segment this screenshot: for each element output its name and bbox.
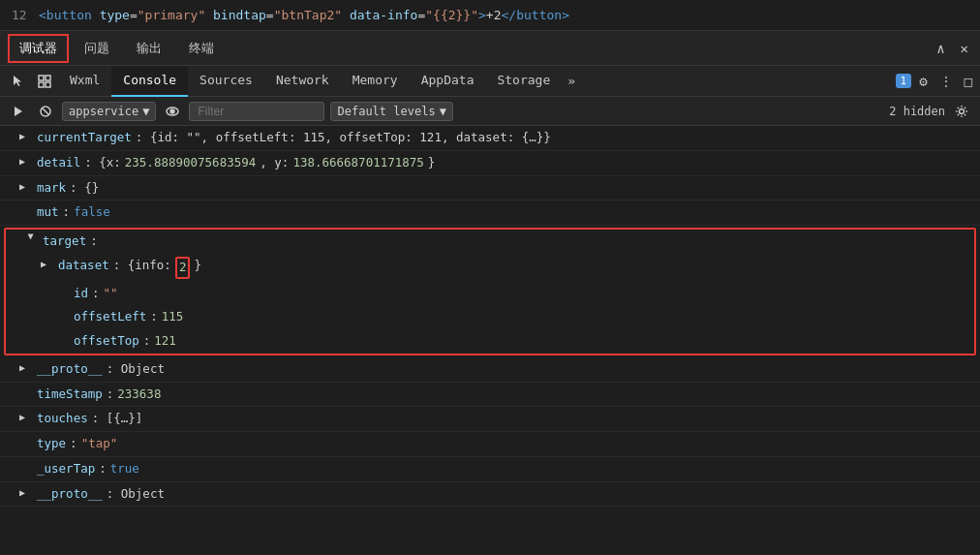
svg-point-8 (170, 109, 174, 113)
entry-key: __proto__ (37, 485, 103, 504)
list-item[interactable]: ▶ mark : {} (0, 176, 980, 201)
list-item[interactable]: ▶ detail : {x: 235.88890075683594, y: 13… (0, 151, 980, 176)
message-badge: 1 (896, 74, 912, 88)
svg-rect-0 (39, 76, 44, 80)
collapse-icon[interactable]: ∧ (933, 39, 948, 58)
expand-arrow[interactable]: ▶ (19, 179, 31, 194)
entry-key: offsetTop (74, 332, 139, 351)
list-item[interactable]: ▶ __proto__ : Object (0, 357, 980, 383)
svg-rect-3 (46, 82, 50, 87)
panel-icon[interactable]: □ (961, 72, 976, 91)
expand-arrow[interactable]: ▶ (41, 257, 52, 271)
tab-debugger[interactable]: 调试器 (8, 34, 69, 63)
list-item[interactable]: ▶ touches : [{…}] (0, 407, 980, 432)
devtools-topbar-tabs: 调试器 问题 输出 终端 (8, 34, 226, 63)
hidden-count: 2 hidden (889, 105, 945, 118)
block-icon-btn[interactable] (35, 101, 56, 122)
more-options-icon[interactable]: ⋮ (935, 72, 957, 91)
list-item[interactable]: ▶ currentTarget : {id: "", offsetLeft: 1… (0, 126, 980, 151)
expand-arrow[interactable]: ▶ (19, 129, 31, 143)
level-selector[interactable]: Default levels ▼ (330, 102, 452, 121)
tab-output[interactable]: 输出 (125, 34, 173, 63)
svg-line-6 (43, 108, 49, 114)
more-tabs-btn[interactable]: » (562, 70, 581, 92)
svg-point-9 (960, 108, 965, 113)
svg-rect-2 (39, 82, 44, 87)
list-item[interactable]: ▶ mut : false (0, 200, 980, 226)
inspect-icon-btn[interactable] (31, 68, 58, 95)
tab-storage[interactable]: Storage (485, 66, 562, 97)
topbar-controls: ∧ ✕ (933, 39, 972, 58)
console-output: ▶ currentTarget : {id: "", offsetLeft: 1… (0, 126, 980, 555)
tab-wxml[interactable]: Wxml (58, 66, 111, 97)
entry-key: detail (37, 154, 80, 172)
tab-network[interactable]: Network (264, 66, 341, 97)
list-item[interactable]: ▶ type : "tap" (0, 432, 980, 457)
nav-right-controls: 1 ⚙ ⋮ □ (896, 72, 977, 91)
cursor-icon-btn[interactable] (4, 68, 31, 95)
expand-arrow[interactable]: ▶ (19, 360, 31, 375)
target-section: ▶ target : ▶ dataset : {info: 2} ▶ id : … (4, 228, 976, 355)
expand-arrow[interactable]: ▶ (19, 154, 31, 169)
expand-arrow[interactable]: ▶ (24, 234, 39, 246)
tab-console[interactable]: Console (111, 66, 188, 97)
filter-input[interactable] (189, 102, 324, 121)
eye-icon-btn[interactable] (162, 101, 183, 122)
settings-gear-icon[interactable]: ⚙ (915, 72, 931, 91)
entry-key: type (37, 435, 66, 453)
devtools-nav: Wxml Console Sources Network Memory AppD… (0, 66, 980, 97)
console-toolbar: appservice ▼ Default levels ▼ 2 hidden (0, 97, 980, 126)
close-icon[interactable]: ✕ (957, 39, 972, 58)
console-settings-icon[interactable] (951, 101, 972, 122)
devtools-topbar: 调试器 问题 输出 终端 ∧ ✕ (0, 31, 980, 66)
list-item[interactable]: ▶ timeStamp : 233638 (0, 383, 980, 408)
expand-arrow[interactable]: ▶ (19, 485, 31, 500)
entry-key: dataset (58, 257, 109, 275)
entry-key: mark (37, 179, 66, 198)
tab-memory[interactable]: Memory (341, 66, 410, 97)
entry-key: id (74, 285, 88, 303)
entry-key: mut (37, 203, 59, 222)
entry-key: touches (37, 410, 88, 428)
tab-issues[interactable]: 问题 (73, 34, 121, 63)
highlighted-value: 2 (175, 257, 191, 279)
entry-key: _userTap (37, 460, 95, 478)
svg-marker-4 (15, 107, 22, 116)
list-item[interactable]: ▶ _userTap : true (0, 457, 980, 482)
entry-key: __proto__ (37, 360, 103, 379)
line-number: 12 (12, 8, 31, 22)
expand-arrow[interactable]: ▶ (19, 410, 31, 424)
svg-rect-1 (46, 76, 50, 80)
list-item[interactable]: ▶ offsetLeft : 115 (6, 305, 974, 329)
list-item[interactable]: ▶ __proto__ : Object (0, 482, 980, 508)
list-item[interactable]: ▶ target : (6, 230, 974, 254)
play-icon-btn[interactable] (8, 101, 29, 122)
entry-key: offsetLeft (74, 308, 146, 326)
list-item[interactable]: ▶ dataset : {info: 2} (6, 254, 974, 282)
entry-key: currentTarget (37, 129, 132, 147)
tab-sources[interactable]: Sources (188, 66, 264, 97)
entry-key: target (43, 232, 86, 251)
tab-appdata[interactable]: AppData (410, 66, 486, 97)
tab-terminal[interactable]: 终端 (177, 34, 226, 63)
code-content: <button type="primary" bindtap="btnTap2"… (39, 8, 569, 22)
code-line: 12 <button type="primary" bindtap="btnTa… (0, 0, 980, 31)
entry-key: timeStamp (37, 385, 103, 404)
context-selector[interactable]: appservice ▼ (62, 102, 156, 121)
list-item[interactable]: ▶ id : "" (6, 282, 974, 306)
list-item[interactable]: ▶ offsetTop : 121 (6, 329, 974, 354)
